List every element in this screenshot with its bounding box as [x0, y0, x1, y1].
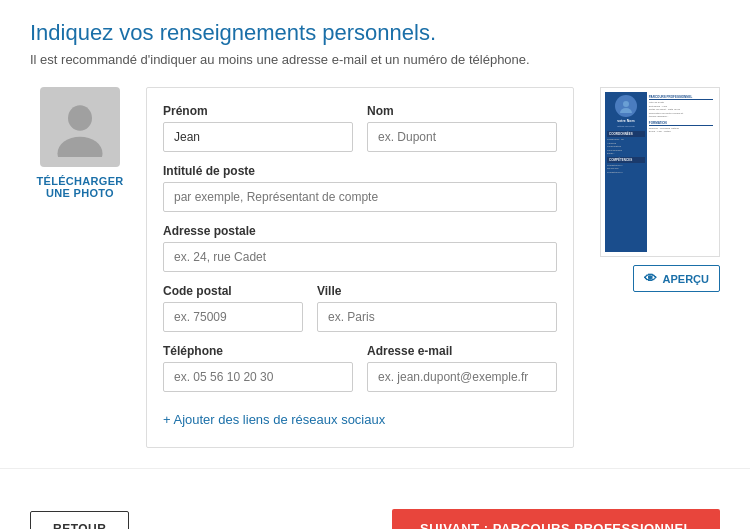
adresse-label: Adresse postale [163, 224, 557, 238]
avatar-placeholder [40, 87, 120, 167]
intitule-group: Intitulé de poste [163, 164, 557, 212]
resume-avatar [615, 95, 637, 117]
nom-input[interactable] [367, 122, 557, 152]
svg-point-1 [58, 137, 103, 157]
avatar-icon [50, 97, 110, 157]
footer-divider [0, 468, 750, 469]
prenom-nom-row: Prénom Nom [163, 104, 557, 152]
intitule-input[interactable] [163, 182, 557, 212]
resume-coordonnees-content: Téléphone : 00 Adresse Confirmation Coor… [607, 138, 645, 156]
resume-formation-section: Formation Diplôme - Domaine d'étude Ecol… [649, 121, 713, 134]
resume-job-title: Intitulé de poste [607, 125, 645, 128]
apercu-label: APERÇU [663, 273, 709, 285]
photo-area: TÉLÉCHARGER UNE PHOTO [30, 87, 130, 199]
resume-parcours-section: Parcours professionnel Titre du poste En… [649, 95, 713, 119]
preview-panel: votre Nom Intitulé de poste Coordonnées … [590, 87, 720, 292]
email-label: Adresse e-mail [367, 344, 557, 358]
resume-formation-content: Diplôme - Domaine d'étude Ecole - Lieu -… [649, 127, 713, 134]
adresse-row: Adresse postale [163, 224, 557, 272]
upload-photo-button[interactable]: TÉLÉCHARGER UNE PHOTO [30, 175, 130, 199]
resume-competences-title: Compétences [607, 157, 645, 163]
ville-label: Ville [317, 284, 557, 298]
telephone-label: Téléphone [163, 344, 353, 358]
prenom-input[interactable] [163, 122, 353, 152]
next-button[interactable]: SUIVANT : PARCOURS PROFESSIONNEL [392, 509, 720, 529]
intitule-label: Intitulé de poste [163, 164, 557, 178]
social-link-row: + Ajouter des liens de réseaux sociaux [163, 404, 557, 431]
svg-point-0 [68, 105, 92, 131]
svg-point-3 [620, 108, 632, 113]
footer-bar: RETOUR SUIVANT : PARCOURS PROFESSIONNEL [0, 489, 750, 529]
resume-name: votre Nom [607, 119, 645, 123]
resume-parcours-title: Parcours professionnel [649, 95, 713, 100]
prenom-label: Prénom [163, 104, 353, 118]
code-postal-label: Code postal [163, 284, 303, 298]
intitule-row: Intitulé de poste [163, 164, 557, 212]
email-group: Adresse e-mail [367, 344, 557, 392]
code-postal-group: Code postal [163, 284, 303, 332]
resume-formation-title: Formation [649, 121, 713, 126]
apercu-button[interactable]: 👁 APERÇU [633, 265, 720, 292]
page-subtitle: Il est recommandé d'indiquer au moins un… [30, 52, 720, 67]
email-input[interactable] [367, 362, 557, 392]
nom-label: Nom [367, 104, 557, 118]
eye-icon: 👁 [644, 271, 657, 286]
resume-parcours-content: Titre du poste Entreprise - Lieu Dates d… [649, 101, 713, 119]
prenom-group: Prénom [163, 104, 353, 152]
resume-preview: votre Nom Intitulé de poste Coordonnées … [600, 87, 720, 257]
add-social-button[interactable]: + Ajouter des liens de réseaux sociaux [163, 408, 385, 431]
adresse-group: Adresse postale [163, 224, 557, 272]
personal-info-form: Prénom Nom Intitulé de poste Adresse po [146, 87, 574, 448]
code-postal-input[interactable] [163, 302, 303, 332]
code-ville-row: Code postal Ville [163, 284, 557, 332]
resume-left-column: votre Nom Intitulé de poste Coordonnées … [605, 92, 647, 252]
adresse-input[interactable] [163, 242, 557, 272]
ville-input[interactable] [317, 302, 557, 332]
nom-group: Nom [367, 104, 557, 152]
svg-point-2 [623, 101, 629, 107]
back-button[interactable]: RETOUR [30, 511, 129, 530]
resume-right-column: Parcours professionnel Titre du poste En… [647, 92, 715, 252]
resume-competences-content: competence 1 bla bla bla competence 2 [607, 164, 645, 175]
ville-group: Ville [317, 284, 557, 332]
page-title: Indiquez vos renseignements personnels. [30, 20, 720, 46]
telephone-group: Téléphone [163, 344, 353, 392]
tel-email-row: Téléphone Adresse e-mail [163, 344, 557, 392]
resume-coordonnees-title: Coordonnées [607, 131, 645, 137]
telephone-input[interactable] [163, 362, 353, 392]
